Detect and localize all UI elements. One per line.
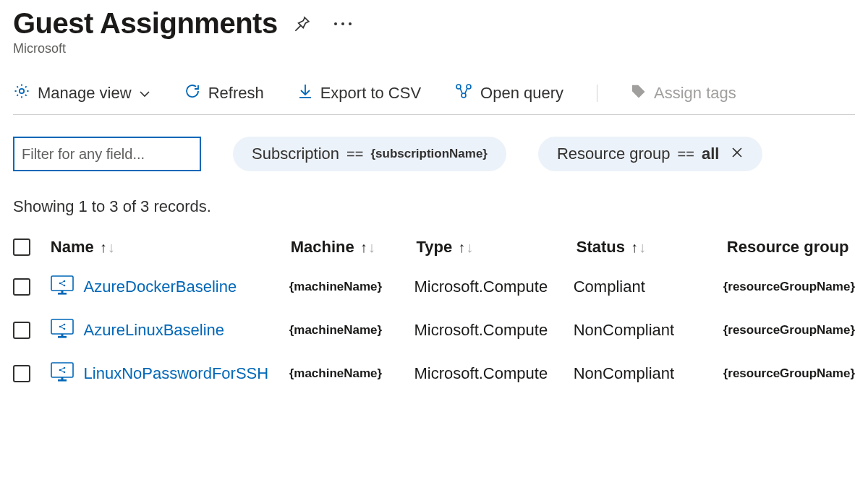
column-header-name[interactable]: Name ↑↓: [51, 238, 115, 257]
pill-value: all: [702, 145, 719, 163]
records-count: Showing 1 to 3 of 3 records.: [13, 197, 855, 216]
assign-tags-button[interactable]: Assign tags: [631, 83, 736, 103]
select-all-checkbox[interactable]: [13, 239, 30, 256]
row-status: NonCompliant: [574, 321, 718, 340]
subtitle: Microsoft: [13, 41, 855, 56]
column-header-machine[interactable]: Machine ↑↓: [291, 238, 375, 257]
row-name-link[interactable]: LinuxNoPasswordForSSH: [84, 364, 269, 383]
column-header-status[interactable]: Status ↑↓: [576, 238, 646, 257]
open-query-label: Open query: [480, 84, 563, 103]
more-icon[interactable]: [333, 20, 353, 27]
download-icon: [297, 82, 313, 104]
assign-tags-label: Assign tags: [654, 84, 736, 103]
svg-rect-14: [51, 319, 73, 334]
row-machine: {machineName}: [289, 280, 409, 294]
svg-rect-15: [58, 336, 67, 338]
monitor-icon: [51, 319, 74, 342]
monitor-icon: [51, 362, 74, 385]
row-name-link[interactable]: AzureLinuxBaseline: [84, 321, 224, 340]
svg-point-1: [341, 22, 344, 25]
close-icon[interactable]: [731, 145, 744, 163]
column-header-label: Type: [416, 238, 452, 257]
row-checkbox[interactable]: [13, 278, 30, 296]
svg-rect-8: [51, 276, 73, 291]
results-grid: Name ↑↓ Machine ↑↓ Type ↑: [13, 238, 855, 395]
monitor-icon: [51, 275, 74, 298]
export-csv-label: Export to CSV: [320, 84, 421, 103]
row-checkbox[interactable]: [13, 365, 30, 382]
row-type: Microsoft.Compute: [414, 364, 568, 383]
column-header-label: Status: [576, 238, 625, 257]
chevron-down-icon: [139, 84, 150, 103]
row-resource-group: {resourceGroupName}: [723, 323, 855, 338]
row-resource-group: {resourceGroupName}: [723, 280, 855, 294]
column-header-resource-group[interactable]: Resource group: [727, 238, 849, 257]
row-status: Compliant: [574, 278, 718, 296]
row-type: Microsoft.Compute: [414, 321, 568, 340]
row-resource-group: {resourceGroupName}: [723, 366, 855, 381]
row-status: NonCompliant: [574, 364, 718, 383]
svg-rect-22: [61, 377, 63, 379]
pill-operator: ==: [678, 146, 694, 163]
row-checkbox[interactable]: [13, 322, 30, 339]
toolbar-divider: [597, 85, 597, 102]
sort-icon: ↑↓: [631, 239, 646, 256]
table-row: LinuxNoPasswordForSSH {machineName} Micr…: [13, 352, 855, 395]
grid-header: Name ↑↓ Machine ↑↓ Type ↑: [13, 238, 855, 265]
table-row: AzureDockerBaseline {machineName} Micros…: [13, 265, 855, 309]
table-row: AzureLinuxBaseline {machineName} Microso…: [13, 309, 855, 352]
manage-view-button[interactable]: Manage view: [13, 82, 150, 104]
page-title: Guest Assignments: [13, 7, 278, 40]
filter-input[interactable]: [13, 137, 201, 171]
column-header-label: Resource group: [727, 238, 849, 257]
pill-operator: ==: [346, 146, 363, 163]
svg-rect-10: [61, 291, 63, 293]
filter-row: Subscription == {subscriptionName} Resou…: [13, 137, 855, 171]
tag-icon: [631, 83, 647, 103]
svg-point-3: [20, 89, 24, 93]
toolbar: Manage view Refresh: [13, 82, 855, 115]
manage-view-label: Manage view: [38, 84, 132, 103]
pill-value: {subscriptionName}: [370, 147, 488, 161]
open-query-button[interactable]: Open query: [454, 82, 563, 104]
sort-icon: ↑↓: [458, 239, 473, 256]
export-csv-button[interactable]: Export to CSV: [297, 82, 421, 104]
sort-icon: ↑↓: [360, 239, 375, 256]
row-machine: {machineName}: [289, 366, 409, 381]
row-type: Microsoft.Compute: [414, 278, 568, 296]
svg-point-0: [334, 22, 337, 25]
svg-rect-20: [51, 363, 73, 377]
pill-label: Subscription: [252, 145, 339, 163]
filter-pill-resource-group[interactable]: Resource group == all: [538, 137, 762, 171]
svg-point-2: [349, 22, 352, 25]
row-machine: {machineName}: [289, 323, 409, 338]
filter-pill-subscription[interactable]: Subscription == {subscriptionName}: [233, 137, 506, 171]
svg-rect-16: [61, 334, 63, 336]
refresh-label: Refresh: [208, 84, 264, 103]
svg-point-6: [461, 93, 466, 98]
pill-label: Resource group: [557, 145, 671, 163]
sort-icon: ↑↓: [100, 239, 115, 256]
column-header-label: Name: [51, 238, 94, 257]
gear-icon: [13, 82, 30, 104]
row-name-link[interactable]: AzureDockerBaseline: [84, 278, 237, 296]
refresh-button[interactable]: Refresh: [184, 82, 264, 104]
svg-point-7: [635, 87, 637, 90]
svg-rect-9: [58, 293, 67, 295]
refresh-icon: [184, 82, 201, 104]
svg-rect-21: [58, 379, 67, 382]
column-header-type[interactable]: Type ↑↓: [416, 238, 473, 257]
query-icon: [454, 82, 473, 104]
pin-icon[interactable]: [292, 14, 311, 33]
column-header-label: Machine: [291, 238, 354, 257]
